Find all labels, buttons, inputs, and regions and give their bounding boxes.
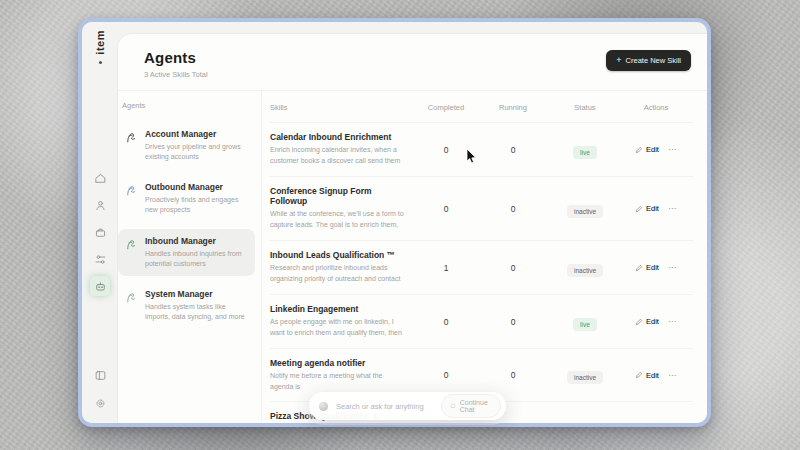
skill-title: Linkedin Engagement bbox=[270, 304, 407, 314]
skills-table: Skills Completed Running Status Actions … bbox=[262, 91, 707, 422]
edit-label: Edit bbox=[646, 371, 659, 380]
assistant-orb-icon bbox=[319, 402, 328, 411]
skill-row[interactable]: Conference Signup Form Followup While at… bbox=[270, 176, 693, 240]
skill-running-count: 0 bbox=[475, 145, 551, 155]
more-actions-button[interactable]: ⋯ bbox=[668, 204, 677, 213]
app-window: item bbox=[78, 18, 711, 427]
skill-description: Research and prioritize inbound leads or… bbox=[270, 263, 407, 285]
home-icon[interactable] bbox=[90, 168, 110, 188]
settings-gear-icon[interactable] bbox=[90, 393, 110, 413]
skill-title: Conference Signup Form Followup bbox=[270, 186, 407, 206]
agent-sketch-icon bbox=[124, 130, 139, 145]
skill-title: Inbound Leads Qualification ™ bbox=[270, 250, 407, 260]
desktop: { "colors": { "window_border": "#b1c2e2"… bbox=[0, 0, 800, 450]
pencil-icon bbox=[635, 371, 643, 379]
nav-bottom-icons bbox=[82, 365, 118, 413]
edit-label: Edit bbox=[646, 263, 659, 272]
edit-label: Edit bbox=[646, 145, 659, 154]
column-header-completed: Completed bbox=[417, 103, 475, 112]
brand-logo-text: item bbox=[94, 30, 106, 55]
status-badge: live bbox=[573, 146, 597, 159]
pencil-icon bbox=[635, 318, 643, 326]
skill-completed-count: 0 bbox=[417, 317, 475, 327]
column-header-running: Running bbox=[475, 103, 551, 112]
edit-button[interactable]: Edit bbox=[635, 263, 659, 272]
status-badge: inactive bbox=[567, 371, 603, 384]
search-input[interactable] bbox=[328, 402, 441, 411]
edit-label: Edit bbox=[646, 317, 659, 326]
edit-label: Edit bbox=[646, 204, 659, 213]
main-panel: Agents 3 Active Skills Total + Create Ne… bbox=[118, 34, 707, 423]
agent-description: Proactively finds and engages new prospe… bbox=[145, 195, 249, 215]
agents-sidebar: Agents Account Manager Drives your pipel… bbox=[118, 91, 262, 422]
edit-button[interactable]: Edit bbox=[635, 317, 659, 326]
page-subtitle: 3 Active Skills Total bbox=[144, 70, 689, 79]
continue-chat-label: Continue Chat bbox=[460, 399, 492, 413]
page-header: Agents 3 Active Skills Total + Create Ne… bbox=[118, 34, 707, 91]
plus-icon: + bbox=[616, 56, 621, 65]
edit-button[interactable]: Edit bbox=[635, 204, 659, 213]
skill-completed-count: 0 bbox=[417, 204, 475, 214]
more-actions-button[interactable]: ⋯ bbox=[668, 263, 677, 272]
agent-list-item[interactable]: Account Manager Drives your pipeline and… bbox=[118, 122, 255, 169]
status-badge: inactive bbox=[567, 205, 603, 218]
integrations-icon[interactable] bbox=[90, 249, 110, 269]
brand-logo-dot bbox=[99, 61, 102, 64]
skill-description: While at the conference, we'll use a for… bbox=[270, 209, 407, 231]
status-badge: live bbox=[573, 318, 597, 331]
agent-name: Account Manager bbox=[145, 129, 249, 139]
skill-row[interactable]: Calendar Inbound Enrichment Enrich incom… bbox=[270, 122, 693, 176]
agent-list-item[interactable]: Outbound Manager Proactively finds and e… bbox=[118, 175, 255, 222]
agent-list-item[interactable]: System Manager Handles system tasks like… bbox=[118, 282, 255, 329]
pencil-icon bbox=[635, 146, 643, 154]
agent-list-item[interactable]: Inbound Manager Handles inbound inquirie… bbox=[118, 229, 255, 276]
skill-title: Meeting agenda notifier bbox=[270, 358, 407, 368]
skill-description: As people engage with me on linkedin, I … bbox=[270, 317, 407, 339]
agent-description: Handles system tasks like imports, data … bbox=[145, 302, 249, 322]
continue-chat-button[interactable]: Continue Chat bbox=[441, 394, 501, 418]
agents-panel-label: Agents bbox=[122, 101, 255, 110]
contacts-icon[interactable] bbox=[90, 195, 110, 215]
skill-row[interactable]: Inbound Leads Qualification ™ Research a… bbox=[270, 240, 693, 294]
command-bar: Continue Chat bbox=[309, 392, 506, 420]
content-split: Agents Account Manager Drives your pipel… bbox=[118, 91, 707, 422]
agents-robot-icon[interactable] bbox=[90, 276, 110, 296]
create-new-skill-label: Create New Skill bbox=[626, 56, 681, 65]
skill-title: Calendar Inbound Enrichment bbox=[270, 132, 407, 142]
more-actions-button[interactable]: ⋯ bbox=[668, 317, 677, 326]
agent-name: Outbound Manager bbox=[145, 182, 249, 192]
nav-rail: item bbox=[82, 22, 118, 423]
skill-completed-count: 0 bbox=[417, 145, 475, 155]
pencil-icon bbox=[635, 205, 643, 213]
skill-description: Notify me before a meeting what the agen… bbox=[270, 371, 407, 392]
nav-icons bbox=[82, 168, 118, 296]
agent-name: System Manager bbox=[145, 289, 249, 299]
collapse-sidebar-icon[interactable] bbox=[90, 365, 110, 385]
agent-sketch-icon bbox=[124, 290, 139, 305]
skill-running-count: 0 bbox=[475, 204, 551, 214]
agent-sketch-icon bbox=[124, 183, 139, 198]
agent-sketch-icon bbox=[124, 237, 139, 252]
agent-name: Inbound Manager bbox=[145, 236, 249, 246]
skill-row[interactable]: Linkedin Engagement As people engage wit… bbox=[270, 294, 693, 348]
column-header-skills: Skills bbox=[270, 103, 417, 112]
create-new-skill-button[interactable]: + Create New Skill bbox=[606, 50, 691, 71]
skill-completed-count: 0 bbox=[417, 370, 475, 380]
company-icon[interactable] bbox=[90, 222, 110, 242]
more-actions-button[interactable]: ⋯ bbox=[668, 371, 677, 380]
column-header-actions: Actions bbox=[619, 103, 693, 112]
skill-description: Enrich incoming calendar invites, when a… bbox=[270, 145, 407, 167]
agent-description: Drives your pipeline and grows existing … bbox=[145, 142, 249, 162]
pencil-icon bbox=[635, 264, 643, 272]
chat-icon bbox=[450, 402, 456, 410]
column-header-status: Status bbox=[551, 103, 619, 112]
brand-logo: item bbox=[82, 30, 118, 64]
agent-description: Handles inbound inquiries from potential… bbox=[145, 249, 249, 269]
edit-button[interactable]: Edit bbox=[635, 371, 659, 380]
skill-running-count: 0 bbox=[475, 370, 551, 380]
skills-table-header: Skills Completed Running Status Actions bbox=[270, 91, 693, 122]
skill-running-count: 0 bbox=[475, 263, 551, 273]
more-actions-button[interactable]: ⋯ bbox=[668, 145, 677, 154]
edit-button[interactable]: Edit bbox=[635, 145, 659, 154]
skill-completed-count: 1 bbox=[417, 263, 475, 273]
